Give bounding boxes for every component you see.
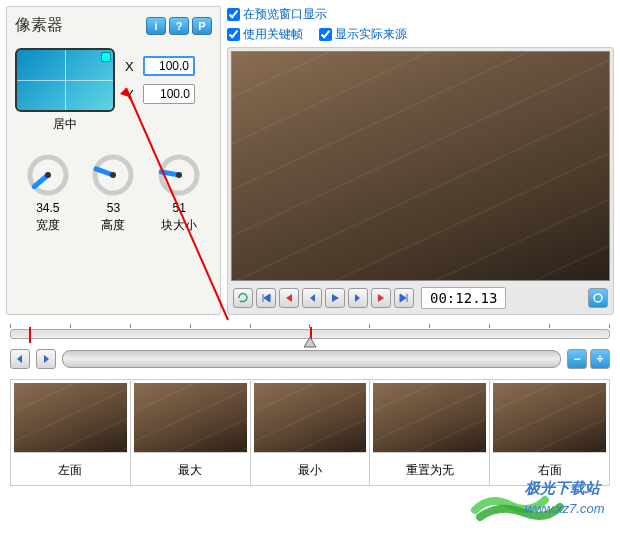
timeline-marker-start[interactable]: [29, 327, 31, 343]
svg-point-1: [45, 172, 51, 178]
x-input[interactable]: [143, 56, 195, 76]
panel-title: 像素器: [15, 15, 63, 36]
step-forward-button[interactable]: [348, 288, 368, 308]
svg-point-5: [176, 172, 182, 178]
thumbnail-strip: 左面 最大 最小 重置为无 右面: [10, 379, 610, 486]
watermark: 极光下载站 www.xz7.com: [470, 475, 610, 528]
center-label: 居中: [15, 116, 115, 133]
scroll-left-button[interactable]: [10, 349, 30, 369]
height-label: 高度: [91, 217, 135, 234]
goto-end-button[interactable]: [394, 288, 414, 308]
thumbnail-reset[interactable]: 重置为无: [370, 380, 490, 485]
help-button[interactable]: ?: [169, 17, 189, 35]
height-value: 53: [91, 201, 135, 215]
play-button[interactable]: [325, 288, 345, 308]
prev-frame-button[interactable]: [279, 288, 299, 308]
timeline[interactable]: [10, 329, 610, 339]
next-frame-button[interactable]: [371, 288, 391, 308]
position-preview[interactable]: [15, 48, 115, 112]
goto-start-button[interactable]: [256, 288, 276, 308]
show-actual-checkbox[interactable]: 显示实际来源: [319, 26, 407, 43]
thumbnail-right[interactable]: 右面: [490, 380, 609, 485]
preset-button[interactable]: P: [192, 17, 212, 35]
y-label: Y: [125, 87, 137, 102]
x-label: X: [125, 59, 137, 74]
position-marker[interactable]: [101, 52, 111, 62]
step-back-button[interactable]: [302, 288, 322, 308]
thumbnail-min[interactable]: 最小: [251, 380, 371, 485]
svg-text:极光下载站: 极光下载站: [524, 479, 603, 496]
loop-button[interactable]: [233, 288, 253, 308]
settings-button[interactable]: [588, 288, 608, 308]
zoom-in-button[interactable]: +: [590, 349, 610, 369]
blocksize-knob[interactable]: [157, 153, 201, 197]
svg-point-6: [594, 294, 602, 302]
svg-point-3: [110, 172, 116, 178]
pixelator-panel: 像素器 i ? P 居中 X Y: [6, 6, 221, 315]
width-knob[interactable]: [26, 153, 70, 197]
width-label: 宽度: [26, 217, 70, 234]
use-keyframe-checkbox[interactable]: 使用关键帧: [227, 26, 303, 43]
info-button[interactable]: i: [146, 17, 166, 35]
preview-display-checkbox[interactable]: 在预览窗口显示: [227, 6, 327, 23]
timeline-playhead[interactable]: [302, 337, 318, 356]
timecode-display: 00:12.13: [421, 287, 506, 309]
blocksize-value: 51: [157, 201, 201, 215]
height-knob[interactable]: [91, 153, 135, 197]
width-value: 34.5: [26, 201, 70, 215]
y-input[interactable]: [143, 84, 195, 104]
preview-image: [231, 51, 610, 281]
blocksize-label: 块大小: [157, 217, 201, 234]
thumbnail-left[interactable]: 左面: [11, 380, 131, 485]
scroll-right-button[interactable]: [36, 349, 56, 369]
svg-text:www.xz7.com: www.xz7.com: [525, 501, 605, 516]
thumbnail-max[interactable]: 最大: [131, 380, 251, 485]
zoom-out-button[interactable]: −: [567, 349, 587, 369]
